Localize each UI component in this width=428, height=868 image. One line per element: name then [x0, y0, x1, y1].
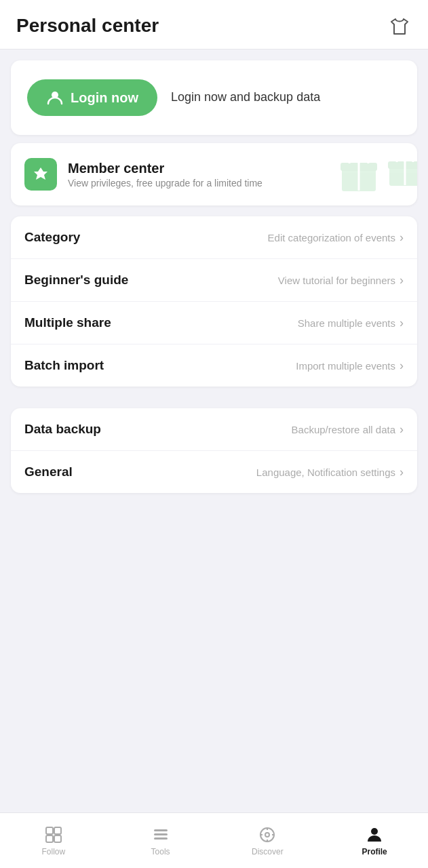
svg-rect-7	[46, 827, 53, 834]
menu-label-beginners-guide: Beginner's guide	[24, 273, 128, 288]
menu-desc-data-backup: Backup/restore all data	[292, 424, 395, 435]
menu-item-beginners-guide[interactable]: Beginner's guide View tutorial for begin…	[11, 259, 417, 302]
login-card: Login now Login now and backup data	[11, 60, 417, 135]
nav-label-profile: Profile	[362, 847, 387, 856]
svg-rect-11	[154, 829, 168, 831]
menu-desc-batch-import: Import multiple events	[296, 360, 395, 372]
menu-item-batch-import[interactable]: Batch import Import multiple events ›	[11, 344, 417, 387]
nav-item-tools[interactable]: Tools	[107, 820, 214, 862]
nav-label-discover: Discover	[252, 847, 284, 856]
menu-desc-beginners-guide: View tutorial for beginners	[278, 275, 395, 286]
svg-rect-8	[54, 827, 61, 834]
menu-label-general: General	[24, 465, 73, 479]
section-gap	[0, 387, 428, 397]
chevron-icon-beginners-guide: ›	[400, 273, 404, 288]
svg-point-15	[265, 833, 269, 837]
member-icon	[24, 158, 57, 191]
menu-label-category: Category	[24, 230, 80, 245]
menu-label-data-backup: Data backup	[24, 422, 101, 437]
menu-desc-general: Language, Notification settings	[256, 467, 395, 478]
tools-icon	[151, 825, 170, 844]
menu-item-data-backup[interactable]: Data backup Backup/restore all data ›	[11, 408, 417, 451]
nav-item-profile[interactable]: Profile	[321, 820, 428, 862]
header: Personal center	[0, 0, 428, 50]
menu-desc-category: Edit categorization of events	[268, 232, 395, 243]
member-card[interactable]: Member center View privileges, free upgr…	[11, 143, 417, 205]
svg-rect-13	[154, 837, 168, 840]
menu-right-data-backup: Backup/restore all data ›	[292, 422, 404, 437]
menu-section-2: Data backup Backup/restore all data › Ge…	[11, 408, 417, 493]
menu-item-multiple-share[interactable]: Multiple share Share multiple events ›	[11, 302, 417, 344]
chevron-icon-multiple-share: ›	[400, 316, 404, 330]
menu-label-multiple-share: Multiple share	[24, 315, 111, 330]
nav-item-discover[interactable]: Discover	[214, 820, 322, 862]
nav-label-tools: Tools	[151, 847, 170, 856]
nav-item-follow[interactable]: Follow	[0, 820, 107, 862]
spacer	[0, 493, 428, 561]
menu-right-multiple-share: Share multiple events ›	[298, 316, 404, 330]
chevron-icon-category: ›	[400, 231, 404, 245]
chevron-icon-data-backup: ›	[400, 422, 404, 437]
menu-desc-multiple-share: Share multiple events	[298, 317, 395, 329]
login-description: Login now and backup data	[171, 89, 320, 106]
follow-icon	[44, 825, 63, 844]
shirt-icon[interactable]	[387, 14, 412, 38]
menu-right-beginners-guide: View tutorial for beginners ›	[278, 273, 404, 288]
menu-item-general[interactable]: General Language, Notification settings …	[11, 451, 417, 493]
nav-label-follow: Follow	[42, 847, 66, 856]
menu-right-general: Language, Notification settings ›	[256, 465, 404, 479]
menu-right-category: Edit categorization of events ›	[268, 231, 404, 245]
menu-label-batch-import: Batch import	[24, 358, 104, 373]
menu-section-1: Category Edit categorization of events ›…	[11, 216, 417, 387]
svg-rect-10	[54, 835, 61, 842]
svg-rect-12	[154, 833, 168, 835]
svg-point-20	[371, 828, 378, 835]
svg-rect-5	[389, 162, 417, 168]
svg-rect-9	[46, 835, 53, 842]
member-title: Member center	[68, 161, 262, 176]
member-decoration	[337, 153, 417, 196]
bottom-nav: Follow Tools Discover	[0, 812, 428, 868]
chevron-icon-batch-import: ›	[400, 359, 404, 373]
page-title: Personal center	[16, 15, 159, 37]
chevron-icon-general: ›	[400, 465, 404, 479]
member-text: Member center View privileges, free upgr…	[68, 161, 262, 189]
member-subtitle: View privileges, free upgrade for a limi…	[68, 178, 262, 189]
discover-icon	[258, 825, 277, 844]
profile-icon	[365, 825, 384, 844]
login-button[interactable]: Login now	[27, 79, 157, 116]
menu-right-batch-import: Import multiple events ›	[296, 359, 404, 373]
menu-item-category[interactable]: Category Edit categorization of events ›	[11, 216, 417, 259]
